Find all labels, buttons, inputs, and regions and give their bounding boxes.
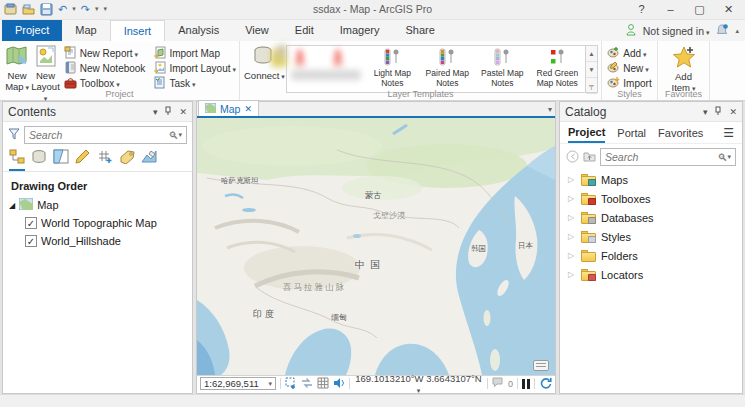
close-button[interactable]: ✕	[714, 0, 743, 20]
collapse-ribbon-icon[interactable]: ▴	[735, 27, 739, 35]
import-layout-button[interactable]: Import Layout	[153, 61, 236, 75]
grid-toggle-icon[interactable]	[317, 377, 329, 391]
filter-icon[interactable]	[8, 128, 20, 142]
maps-folder-icon	[581, 174, 596, 186]
group-label-layer-templates: Layer Templates	[240, 89, 601, 100]
map-canvas[interactable]: 哈萨克斯坦 蒙古 戈壁沙漠 中国 喜马拉雅山脉 印度 缅甸 韩国 日本	[197, 118, 555, 375]
notifications-icon[interactable]	[716, 24, 728, 38]
catalog-item-locators[interactable]: ▷ Locators	[560, 265, 742, 284]
expand-icon[interactable]: ▷	[568, 175, 576, 184]
tab-edit[interactable]: Edit	[282, 20, 327, 41]
audio-icon[interactable]	[333, 377, 345, 391]
maximize-button[interactable]: ▢	[685, 0, 714, 20]
catalog-item-toolboxes[interactable]: ▷ Toolboxes	[560, 189, 742, 208]
catalog-item-maps[interactable]: ▷ Maps	[560, 170, 742, 189]
sign-in-menu[interactable]: Not signed in	[643, 25, 710, 37]
catalog-item-databases[interactable]: ▷ Databases	[560, 208, 742, 227]
tab-share[interactable]: Share	[393, 20, 448, 41]
expand-icon[interactable]: ▷	[568, 251, 576, 260]
snapping-toggle-icon[interactable]	[301, 377, 313, 391]
coordinates-display[interactable]: 169.1013210°W 3.6643107°N	[354, 373, 483, 395]
layer-checkbox[interactable]	[25, 235, 37, 247]
map-label-myanmar: 缅甸	[331, 312, 347, 323]
pause-drawing-icon[interactable]	[522, 379, 530, 389]
title-bar: ↶▾ ↷▾ ▾ ssdax - Map - ArcGIS Pro ? – ▢ ✕	[0, 0, 745, 20]
add-item-button[interactable]: Add Item	[665, 43, 703, 94]
help-button[interactable]: ?	[627, 0, 656, 20]
list-by-data-source-icon[interactable]	[31, 149, 47, 171]
template-paired-map-notes[interactable]: Paired Map Notes	[420, 46, 475, 92]
notifications-count-icon[interactable]	[492, 377, 504, 390]
layer-world-topographic-map[interactable]: World Topographic Map	[3, 214, 192, 232]
scale-combo[interactable]: 1:62,969,511 ▾	[200, 377, 276, 390]
connections-button[interactable]: Connect	[243, 43, 286, 83]
tab-view[interactable]: View	[232, 20, 282, 41]
contents-search-input[interactable]	[29, 129, 168, 141]
expand-icon[interactable]: ▷	[568, 270, 576, 279]
catalog-close-icon[interactable]: ✕	[729, 107, 737, 117]
list-by-selection-icon[interactable]	[53, 149, 69, 171]
styles-add-button[interactable]: Add	[607, 46, 651, 60]
attribution-icon[interactable]	[533, 360, 549, 371]
gallery-down-icon[interactable]: ▼	[586, 62, 597, 78]
catalog-panel-title: Catalog	[565, 105, 703, 119]
template-red-green-map-notes[interactable]: Red Green Map Notes	[530, 46, 585, 92]
styles-import-button[interactable]: Import	[607, 76, 651, 90]
layer-world-hillshade[interactable]: World_Hillshade	[3, 232, 192, 250]
import-map-button[interactable]: Import Map	[153, 46, 236, 60]
search-caret-icon[interactable]: ▾	[727, 153, 731, 161]
template-light-map-notes[interactable]: Light Map Notes	[365, 46, 420, 92]
list-by-labeling-icon[interactable]	[119, 149, 135, 171]
new-report-button[interactable]: New Report	[64, 46, 146, 60]
template-pastel-map-notes[interactable]: Pastel Map Notes	[475, 46, 530, 92]
toolbox-button[interactable]: Toolbox	[64, 76, 146, 90]
catalog-menu-caret-icon[interactable]: ▾	[703, 107, 708, 117]
view-list-caret-icon[interactable]: ▾	[548, 105, 552, 114]
list-by-editing-icon[interactable]	[75, 149, 91, 171]
catalog-menu-icon[interactable]: ☰	[723, 126, 734, 140]
search-caret-icon[interactable]: ▾	[178, 131, 182, 139]
refresh-icon[interactable]	[539, 377, 552, 391]
tab-insert[interactable]: Insert	[110, 20, 166, 41]
catalog-tab-favorites[interactable]: Favorites	[658, 124, 703, 142]
minimize-button[interactable]: –	[656, 0, 685, 20]
expand-icon[interactable]: ▷	[568, 213, 576, 222]
back-icon[interactable]	[566, 150, 579, 165]
new-map-button[interactable]: New Map	[3, 43, 31, 93]
selection-tool-icon[interactable]	[285, 377, 297, 391]
expand-icon[interactable]: ▷	[568, 232, 576, 241]
contents-search-box[interactable]: 🔍︎ ▾	[24, 126, 187, 144]
map-label-japan: 日本	[518, 241, 533, 251]
contents-pin-icon[interactable]	[164, 106, 172, 118]
catalog-item-styles[interactable]: ▷ Styles	[560, 227, 742, 246]
list-by-charts-icon[interactable]	[141, 149, 157, 171]
expand-icon[interactable]: ▷	[568, 194, 576, 203]
group-label-project: Project	[0, 89, 239, 100]
gallery-up-icon[interactable]: ▲	[586, 46, 597, 62]
new-notebook-button[interactable]: New Notebook	[64, 61, 146, 75]
task-button[interactable]: Task	[153, 76, 236, 90]
catalog-search-box[interactable]: 🔍︎ ▾	[600, 148, 736, 166]
layer-checkbox[interactable]	[25, 217, 37, 229]
tab-map[interactable]: Map	[62, 20, 109, 41]
catalog-search-input[interactable]	[605, 151, 717, 163]
tree-item-map[interactable]: ◢ Map	[3, 196, 192, 214]
basemap	[197, 118, 555, 375]
expand-collapse-icon[interactable]: ◢	[9, 201, 15, 210]
styles-new-button[interactable]: New	[607, 61, 651, 75]
up-level-icon[interactable]	[583, 150, 596, 164]
map-view-tab[interactable]: Map ✕	[198, 100, 259, 116]
tab-imagery[interactable]: Imagery	[327, 20, 393, 41]
close-view-icon[interactable]: ✕	[244, 104, 252, 114]
list-by-drawing-order-icon[interactable]	[9, 149, 25, 171]
contents-menu-caret-icon[interactable]: ▾	[153, 107, 158, 117]
catalog-pin-icon[interactable]	[714, 106, 722, 118]
databases-folder-icon	[581, 212, 596, 224]
contents-close-icon[interactable]: ✕	[179, 107, 187, 117]
tab-project[interactable]: Project	[2, 20, 62, 41]
list-by-snapping-icon[interactable]	[97, 149, 113, 171]
catalog-tab-portal[interactable]: Portal	[617, 124, 646, 142]
catalog-tab-project[interactable]: Project	[568, 123, 605, 143]
tab-analysis[interactable]: Analysis	[165, 20, 232, 41]
catalog-item-folders[interactable]: ▷ Folders	[560, 246, 742, 265]
